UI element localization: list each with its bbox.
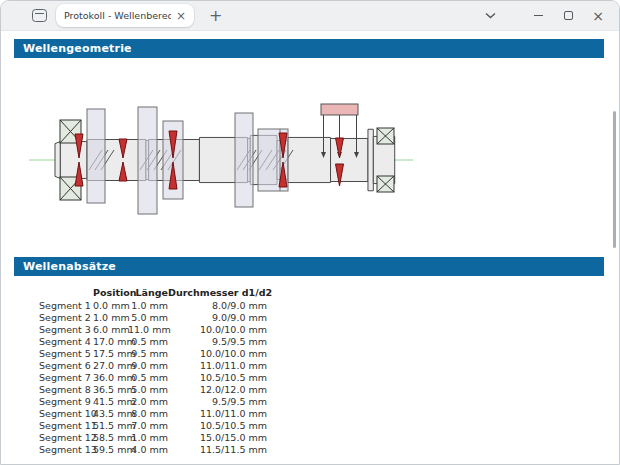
shaft-segment	[55, 142, 60, 179]
table-cell: 7.0 mm	[128, 420, 168, 431]
table-cell: 9.5/9.5 mm	[168, 396, 267, 407]
table-row: Segment 1359.5 mm4.0 mm11.5/11.5 mm	[39, 443, 267, 455]
table-cell: Segment 1	[39, 300, 93, 311]
col-header-position: Position	[93, 287, 128, 298]
table-cell: 27.0 mm	[93, 360, 128, 371]
table-cell: Segment 8	[39, 384, 93, 395]
table-cell: Segment 12	[39, 432, 93, 443]
table-cell: 36.0 mm	[93, 372, 128, 383]
tab-actions-icon[interactable]	[32, 9, 47, 22]
table-cell: 41.5 mm	[93, 396, 128, 407]
tab-list-chevron-icon[interactable]	[475, 1, 505, 30]
table-cell: 0.5 mm	[128, 372, 168, 383]
table-cell: 17.0 mm	[93, 336, 128, 347]
table-row: Segment 10.0 mm1.0 mm8.0/9.0 mm	[39, 299, 267, 311]
section-header-wellenabsaetze: Wellenabsätze	[14, 257, 604, 276]
table-cell: 9.5/9.5 mm	[168, 336, 267, 347]
section-title: Wellengeometrie	[23, 42, 132, 55]
browser-window: Protokoll - Wellenberechnung × + × Welle…	[0, 0, 620, 465]
window-close-button[interactable]: ×	[583, 1, 613, 30]
table-cell: 10.0/10.0 mm	[168, 348, 267, 359]
table-cell: 5.0 mm	[128, 312, 168, 323]
table-cell: 11.5/11.5 mm	[168, 444, 267, 455]
maximize-button[interactable]	[553, 1, 583, 30]
table-cell: 51.5 mm	[93, 420, 128, 431]
load-block	[321, 104, 358, 115]
table-cell: 17.5 mm	[93, 348, 128, 359]
table-cell: 0.5 mm	[128, 336, 168, 347]
table-cell: 6.0 mm	[93, 324, 128, 335]
table-cell: Segment 10	[39, 408, 93, 419]
gear	[87, 109, 105, 203]
table-cell: 8.0/9.0 mm	[168, 300, 267, 311]
new-tab-button[interactable]: +	[209, 8, 222, 24]
table-row: Segment 1151.5 mm7.0 mm10.5/10.5 mm	[39, 419, 267, 431]
minimize-button[interactable]	[523, 1, 553, 30]
window-close-icon: ×	[592, 9, 604, 23]
table-cell: 9.0 mm	[128, 360, 168, 371]
shaft-segment	[60, 142, 87, 179]
table-cell: 1.0 mm	[128, 300, 168, 311]
table-cell: 8.0 mm	[128, 408, 168, 419]
table-cell: Segment 13	[39, 444, 93, 455]
table-cell: 9.5 mm	[128, 348, 168, 359]
table-row: Segment 1258.5 mm1.0 mm15.0/15.0 mm	[39, 431, 267, 443]
table-cell: 59.5 mm	[93, 444, 128, 455]
table-row: Segment 627.0 mm9.0 mm11.0/11.0 mm	[39, 359, 267, 371]
table-row: Segment 836.5 mm5.0 mm12.0/12.0 mm	[39, 383, 267, 395]
table-row: Segment 36.0 mm11.0 mm10.0/10.0 mm	[39, 323, 267, 335]
table-cell: 0.0 mm	[93, 300, 128, 311]
table-cell: Segment 5	[39, 348, 93, 359]
table-cell: Segment 7	[39, 372, 93, 383]
gear	[138, 107, 157, 214]
segments-table: Position Länge Durchmesser d1/d2 Segment…	[39, 285, 267, 455]
table-cell: 11.0 mm	[128, 324, 168, 335]
table-cell: Segment 9	[39, 396, 93, 407]
table-cell: Segment 4	[39, 336, 93, 347]
table-cell: 58.5 mm	[93, 432, 128, 443]
table-cell: 10.0/10.0 mm	[168, 324, 267, 335]
table-cell: 12.0/12.0 mm	[168, 384, 267, 395]
table-cell: 4.0 mm	[128, 444, 168, 455]
table-cell: 1.0 mm	[93, 312, 128, 323]
table-cell: Segment 11	[39, 420, 93, 431]
table-cell: 11.0/11.0 mm	[168, 360, 267, 371]
table-cell: 1.0 mm	[128, 432, 168, 443]
table-cell: 10.5/10.5 mm	[168, 372, 267, 383]
table-row: Segment 1043.5 mm8.0 mm11.0/11.0 mm	[39, 407, 267, 419]
shaft-segment	[288, 137, 331, 182]
table-cell: 43.5 mm	[93, 408, 128, 419]
col-header-laenge: Länge	[128, 287, 168, 298]
scrollbar-thumb[interactable]	[613, 111, 616, 248]
gear	[235, 113, 253, 207]
shaft-drawing	[1, 76, 620, 226]
window-controls: ×	[475, 1, 619, 30]
table-cell: 2.0 mm	[128, 396, 168, 407]
table-cell: 9.0/9.0 mm	[168, 312, 267, 323]
table-row: Segment 736.0 mm0.5 mm10.5/10.5 mm	[39, 371, 267, 383]
table-cell: 10.5/10.5 mm	[168, 420, 267, 431]
table-row: Segment 417.0 mm0.5 mm9.5/9.5 mm	[39, 335, 267, 347]
titlebar: Protokoll - Wellenberechnung × + ×	[1, 1, 619, 31]
tab-close-icon[interactable]: ×	[176, 10, 186, 22]
table-cell: 11.0/11.0 mm	[168, 408, 267, 419]
table-row: Segment 21.0 mm5.0 mm9.0/9.0 mm	[39, 311, 267, 323]
table-cell: Segment 3	[39, 324, 93, 335]
tab-actions-box	[32, 9, 47, 22]
tab-title: Protokoll - Wellenberechnung	[64, 10, 171, 21]
table-cell: Segment 2	[39, 312, 93, 323]
table-cell: 36.5 mm	[93, 384, 128, 395]
table-row: Segment 517.5 mm9.5 mm10.0/10.0 mm	[39, 347, 267, 359]
shaft-segment	[331, 138, 368, 181]
section-title: Wellenabsätze	[23, 260, 116, 273]
table-cell: 5.0 mm	[128, 384, 168, 395]
shaft-segment	[368, 129, 373, 191]
table-row: Segment 941.5 mm2.0 mm9.5/9.5 mm	[39, 395, 267, 407]
table-header-row: Position Länge Durchmesser d1/d2	[39, 285, 267, 299]
table-cell: Segment 6	[39, 360, 93, 371]
section-header-wellengeometrie: Wellengeometrie	[14, 39, 604, 58]
col-header-durchmesser: Durchmesser d1/d2	[168, 287, 267, 298]
table-cell: 15.0/15.0 mm	[168, 432, 267, 443]
browser-tab[interactable]: Protokoll - Wellenberechnung ×	[56, 4, 194, 27]
